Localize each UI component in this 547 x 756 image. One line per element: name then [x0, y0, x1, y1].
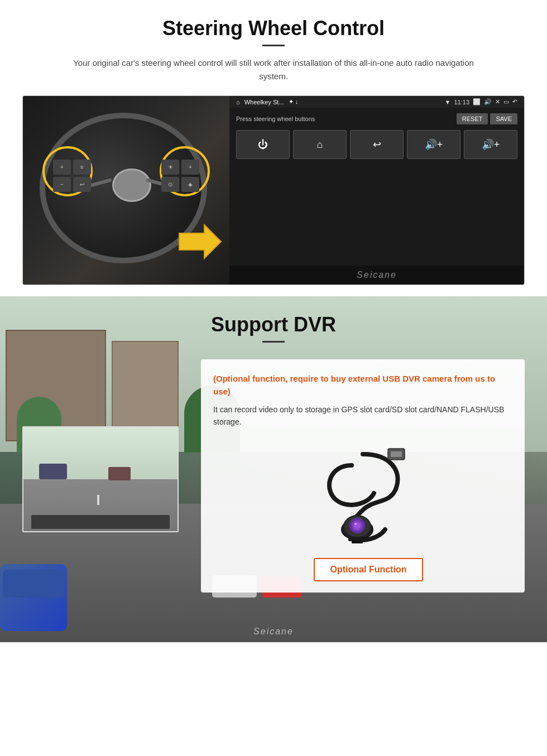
head-unit-screen: ⌂ Wheelkey St... ✦ ↓ ▼ 11:13 ⬜ 🔊 ✕ ▭ ↶ P… [229, 96, 524, 285]
dvr-description: It can record video only to storage in G… [213, 403, 512, 428]
seicane-watermark-1: Seicane [229, 266, 524, 285]
dvr-screenshot [22, 426, 179, 532]
steering-wheel-photo: + ≡ − ↩ ☀ + ⊙ ◈ [23, 96, 229, 285]
wifi-icon: ▼ [445, 99, 451, 105]
dvr-camera-image [213, 437, 512, 549]
seicane-watermark-2: Seicane [0, 627, 547, 637]
control-vol-down: 🔊+ [464, 130, 517, 159]
signal-icon: ✦ ↓ [289, 98, 299, 105]
control-power: ⏻ [236, 130, 290, 159]
dvr-camera-svg [307, 443, 419, 543]
home-icon: ⌂ [236, 99, 240, 105]
control-grid: ⏻ ⌂ ↩ 🔊+ 🔊+ [236, 130, 517, 159]
dvr-title: Support DVR [22, 313, 525, 336]
dvr-main-row: (Optional function, require to buy exter… [22, 359, 525, 593]
control-back: ↩ [350, 130, 404, 159]
back-icon: ↶ [512, 98, 517, 105]
instruction-text: Press steering wheel buttons [236, 115, 315, 122]
steering-composite-image: + ≡ − ↩ ☀ + ⊙ ◈ ⌂ [22, 95, 525, 285]
dvr-section: Support DVR (Optional fu [0, 296, 547, 642]
dvr-left-panel [22, 426, 190, 532]
volume-icon: 🔊 [484, 98, 492, 105]
screen-icon: ✕ [495, 98, 500, 105]
instruction-bar: Press steering wheel buttons RESET SAVE [236, 113, 517, 124]
save-button[interactable]: SAVE [490, 113, 517, 124]
reset-button[interactable]: RESET [457, 113, 488, 124]
control-vol-up: 🔊+ [407, 130, 460, 159]
status-bar: ⌂ Wheelkey St... ✦ ↓ ▼ 11:13 ⬜ 🔊 ✕ ▭ ↶ [229, 96, 524, 108]
svg-rect-10 [352, 540, 363, 543]
steering-title: Steering Wheel Control [22, 17, 525, 40]
control-home: ⌂ [293, 130, 347, 159]
svg-marker-0 [179, 225, 221, 258]
svg-point-8 [354, 523, 357, 525]
app-name: Wheelkey St... [244, 99, 284, 105]
camera-icon: ⬜ [473, 98, 481, 105]
steering-wheel-section: Steering Wheel Control Your original car… [0, 0, 547, 296]
svg-rect-2 [391, 451, 402, 457]
steering-subtitle: Your original car's steering wheel contr… [61, 56, 486, 83]
hu-content: Press steering wheel buttons RESET SAVE … [229, 108, 524, 266]
dvr-title-divider [262, 341, 285, 343]
dvr-content-wrapper: Support DVR (Optional fu [0, 296, 547, 609]
optional-function-button[interactable]: Optional Function [314, 558, 424, 581]
dvr-optional-notice: (Optional function, require to buy exter… [213, 373, 512, 398]
steering-title-divider [262, 45, 285, 46]
time-display: 11:13 [454, 99, 469, 105]
cast-icon: ▭ [503, 98, 509, 105]
dvr-info-panel: (Optional function, require to buy exter… [201, 359, 525, 593]
arrow-icon [174, 222, 224, 263]
